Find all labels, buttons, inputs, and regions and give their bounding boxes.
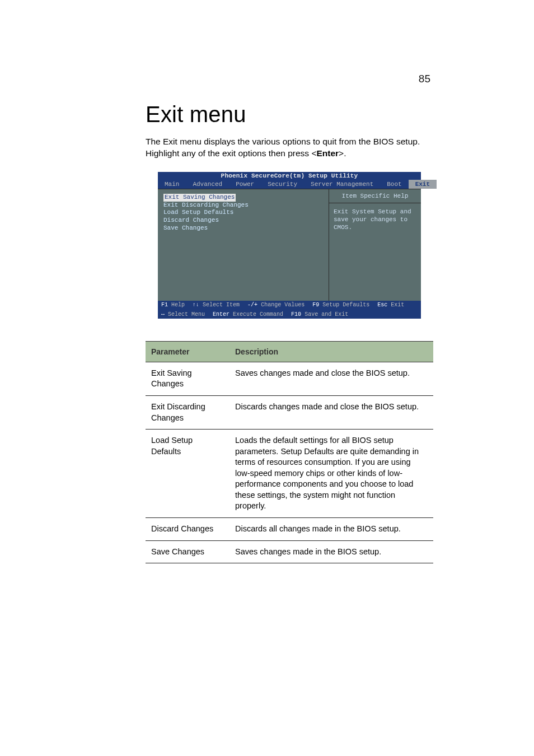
page-number: 85 [0,0,534,85]
table-row: Exit Discarding Changes Discards changes… [146,395,433,429]
table-row: Save Changes Saves changes made in the B… [146,540,433,563]
bios-tab-advanced: Advanced [186,180,229,189]
bios-tab-power: Power [229,180,261,189]
bios-item-exit-discarding: Exit Discarding Changes [163,202,323,209]
bios-tab-bar: Main Advanced Power Security Server Mana… [158,180,421,189]
bios-item-exit-saving: Exit Saving Changes [163,194,236,202]
bios-key-execute: Enter Execute Command [213,311,283,318]
bios-title-bar: Phoenix SecureCore(tm) Setup Utility [158,172,421,180]
table-row: Exit Saving Changes Saves changes made a… [146,362,433,395]
cell-param: Save Changes [146,540,229,563]
intro-text: The Exit menu displays the various optio… [146,136,433,160]
bios-item-discard-changes: Discard Changes [163,217,323,225]
bios-help-title: Item Specific Help [329,189,421,203]
page-title: Exit menu [146,102,433,127]
bios-item-save-changes: Save Changes [163,225,323,232]
bios-key-change-values: -/+ Change Values [247,302,305,308]
bios-body: Exit Saving Changes Exit Discarding Chan… [158,189,421,301]
bios-tab-exit: Exit [409,180,437,189]
bios-footer: F1 Help ↑↓ Select Item -/+ Change Values… [158,301,421,319]
cell-param: Discard Changes [146,518,229,541]
cell-param: Exit Saving Changes [146,362,229,395]
cell-desc: Saves changes made in the BIOS setup. [229,540,433,563]
bios-key-exit: Esc Exit [377,302,404,308]
bios-tab-security: Security [261,180,304,189]
cell-desc: Loads the default settings for all BIOS … [229,430,433,518]
bios-tab-main: Main [158,180,186,189]
cell-desc: Discards all changes made in the BIOS se… [229,518,433,541]
bios-tab-server-mgmt: Server Management [304,180,380,189]
bios-key-save-exit: F10 Save and Exit [291,311,348,318]
table-row: Load Setup Defaults Loads the default se… [146,430,433,518]
bios-help-body: Exit System Setup and save your changes … [329,203,421,236]
bios-left-pane: Exit Saving Changes Exit Discarding Chan… [158,189,329,301]
bios-right-pane: Item Specific Help Exit System Setup and… [329,189,421,301]
bios-key-help: F1 Help [161,302,185,308]
cell-desc: Discards changes made and close the BIOS… [229,395,433,429]
th-description: Description [229,341,433,362]
bios-tab-boot: Boot [380,180,408,189]
bios-key-select-item: ↑↓ Select Item [193,302,240,308]
th-parameter: Parameter [146,341,229,362]
cell-param: Load Setup Defaults [146,430,229,518]
bios-key-setup-defaults: F9 Setup Defaults [312,302,369,308]
bios-item-load-defaults: Load Setup Defaults [163,209,323,217]
bios-key-select-menu: ↔ Select Menu [161,311,205,318]
cell-param: Exit Discarding Changes [146,395,229,429]
bios-screenshot: Phoenix SecureCore(tm) Setup Utility Mai… [158,172,421,319]
table-row: Discard Changes Discards all changes mad… [146,518,433,541]
parameter-table: Parameter Description Exit Saving Change… [146,341,433,563]
cell-desc: Saves changes made and close the BIOS se… [229,362,433,395]
